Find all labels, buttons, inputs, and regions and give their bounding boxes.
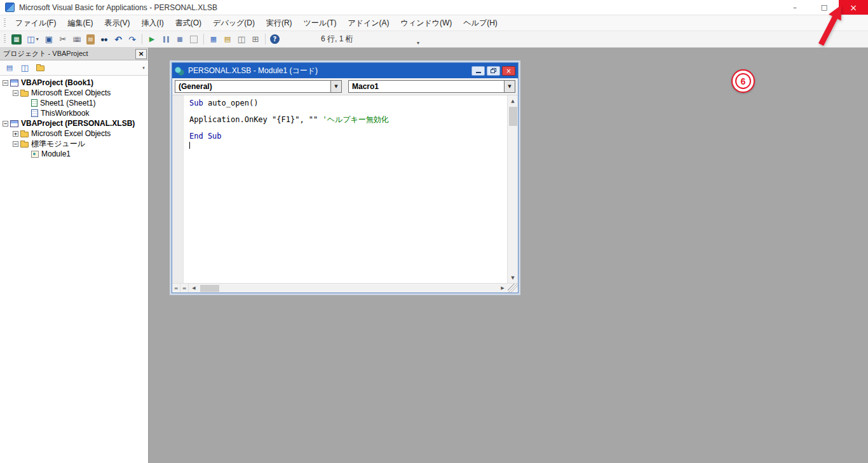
break-icon[interactable] — [159, 33, 172, 46]
title-bar: Microsoft Visual Basic for Applications … — [0, 0, 868, 15]
menu-item[interactable]: ツール(T) — [298, 15, 342, 31]
scroll-right-icon[interactable]: ▶ — [498, 284, 508, 293]
resize-grip[interactable] — [508, 284, 518, 293]
toolbar-overflow-button[interactable] — [414, 33, 422, 46]
menu-grip[interactable] — [4, 18, 6, 28]
project-explorer-toolbar — [0, 60, 148, 76]
menu-item[interactable]: ウィンドウ(W) — [395, 15, 458, 31]
code-window-combo-row: (General) Macro1 — [172, 78, 518, 95]
tree-item[interactable]: −Microsoft Excel Objects — [0, 88, 148, 98]
find-icon[interactable] — [98, 33, 111, 46]
code-segment: Application.OnKey "{F1}", "" — [189, 115, 323, 124]
view-object-icon[interactable] — [17, 62, 32, 74]
properties-window-icon[interactable] — [221, 33, 234, 46]
procedure-dropdown[interactable]: Macro1 — [348, 80, 515, 93]
tree-item[interactable]: ThisWorkbook — [0, 108, 148, 118]
margin-indicator-bar[interactable] — [172, 95, 184, 283]
collapse-box-icon[interactable]: − — [13, 90, 18, 96]
collapse-box-icon[interactable]: − — [3, 80, 8, 86]
tree-item[interactable]: −VBAProject (PERSONAL.XLSB) — [0, 118, 148, 128]
code-window-body: Sub auto_open() Application.OnKey "{F1}"… — [172, 95, 518, 283]
project-explorer-close-button[interactable]: × — [135, 49, 147, 59]
toolbox-icon[interactable] — [249, 33, 262, 46]
chevron-down-icon[interactable] — [504, 81, 515, 92]
paste-icon[interactable] — [86, 34, 95, 45]
code-window-restore-button[interactable] — [487, 66, 500, 76]
horizontal-scroll-thumb[interactable] — [200, 285, 219, 292]
help-icon[interactable] — [270, 34, 280, 44]
tree-item[interactable]: +Microsoft Excel Objects — [0, 128, 148, 139]
tree-item-label: Module1 — [41, 149, 71, 158]
chevron-down-icon[interactable] — [330, 81, 341, 92]
run-icon[interactable] — [146, 33, 158, 46]
view-code-icon[interactable] — [2, 62, 17, 74]
main-area: プロジェクト - VBAProject × −VBAProject (Book1… — [0, 48, 868, 463]
design-mode-icon[interactable] — [187, 33, 200, 46]
expand-box-icon[interactable]: + — [13, 131, 18, 137]
panel-toolbar-overflow-button[interactable] — [140, 62, 147, 74]
object-dropdown-value: (General) — [175, 81, 330, 92]
reset-icon[interactable] — [173, 33, 186, 46]
redo-icon[interactable] — [126, 33, 139, 46]
menu-item[interactable]: デバッグ(D) — [207, 15, 261, 31]
scroll-left-icon[interactable]: ◀ — [189, 284, 199, 293]
code-line[interactable]: Sub auto_open() — [189, 99, 506, 107]
collapse-box-icon[interactable]: − — [13, 141, 18, 147]
menu-item[interactable]: 表示(V) — [98, 15, 135, 31]
save-icon[interactable] — [43, 33, 55, 46]
full-view-button[interactable] — [180, 284, 189, 293]
menu-item[interactable]: 挿入(I) — [135, 15, 169, 31]
code-window-close-button[interactable]: × — [502, 66, 515, 76]
code-window-titlebar[interactable]: PERSONAL.XLSB - Module1 (コード) × — [172, 63, 518, 78]
project-tree: −VBAProject (Book1)−Microsoft Excel Obje… — [0, 76, 148, 463]
menu-item[interactable]: アドイン(A) — [342, 15, 395, 31]
scroll-up-icon[interactable]: ▲ — [508, 95, 519, 106]
tree-item-label: ThisWorkbook — [41, 109, 89, 118]
minimize-button[interactable]: – — [780, 0, 810, 15]
insert-object-icon[interactable] — [24, 33, 41, 46]
menu-item[interactable]: ファイル(F) — [10, 15, 62, 31]
scroll-down-icon[interactable]: ▼ — [508, 272, 519, 283]
close-button[interactable]: × — [839, 0, 868, 15]
horizontal-scrollbar[interactable]: ◀ ▶ — [172, 283, 518, 293]
project-explorer-icon[interactable] — [207, 33, 220, 46]
split-view-button[interactable] — [172, 284, 180, 293]
menu-item[interactable]: 実行(R) — [261, 15, 298, 31]
tree-item[interactable]: −VBAProject (Book1) — [0, 78, 148, 88]
view-excel-icon[interactable] — [11, 34, 22, 45]
tree-item[interactable]: Module1 — [0, 149, 148, 159]
code-line[interactable] — [189, 141, 506, 149]
tree-item[interactable]: Sheet1 (Sheet1) — [0, 98, 148, 108]
code-line[interactable] — [189, 124, 506, 132]
workbook-icon — [31, 109, 38, 117]
menu-item[interactable]: 編集(E) — [62, 15, 98, 31]
vertical-scrollbar[interactable]: ▲ ▼ — [507, 95, 518, 283]
tree-item-label: Microsoft Excel Objects — [31, 129, 111, 138]
menu-bar: ファイル(F)編集(E)表示(V)挿入(I)書式(O)デバッグ(D)実行(R)ツ… — [0, 15, 868, 31]
undo-icon[interactable] — [112, 33, 125, 46]
step-number-badge: 6 — [731, 69, 755, 93]
menu-items: ファイル(F)編集(E)表示(V)挿入(I)書式(O)デバッグ(D)実行(R)ツ… — [10, 15, 503, 31]
code-line[interactable]: Application.OnKey "{F1}", "" 'ヘルプキー無効化 — [189, 116, 506, 124]
sheet-icon — [31, 99, 37, 107]
code-editor[interactable]: Sub auto_open() Application.OnKey "{F1}"… — [184, 95, 507, 283]
code-line[interactable]: End Sub — [189, 132, 506, 141]
toggle-folders-icon[interactable] — [32, 62, 48, 74]
object-dropdown[interactable]: (General) — [175, 80, 342, 93]
tree-item-label: 標準モジュール — [31, 139, 85, 149]
maximize-button[interactable]: □ — [810, 0, 839, 15]
menu-item[interactable]: 書式(O) — [170, 15, 207, 31]
cut-icon[interactable] — [57, 33, 69, 46]
object-browser-icon[interactable] — [235, 33, 248, 46]
restore-icon — [491, 68, 496, 73]
toolbar-grip[interactable] — [4, 34, 6, 44]
code-segment: 'ヘルプキー無効化 — [323, 115, 389, 124]
tree-item[interactable]: −標準モジュール — [0, 139, 148, 149]
collapse-box-icon[interactable]: − — [3, 121, 8, 127]
tree-item-label: Sheet1 (Sheet1) — [40, 99, 95, 107]
vertical-scroll-thumb[interactable] — [509, 107, 517, 126]
copy-icon[interactable] — [71, 33, 83, 46]
code-window-minimize-button[interactable] — [471, 66, 485, 76]
project-explorer-title: プロジェクト - VBAProject — [3, 49, 88, 59]
menu-item[interactable]: ヘルプ(H) — [458, 15, 503, 31]
